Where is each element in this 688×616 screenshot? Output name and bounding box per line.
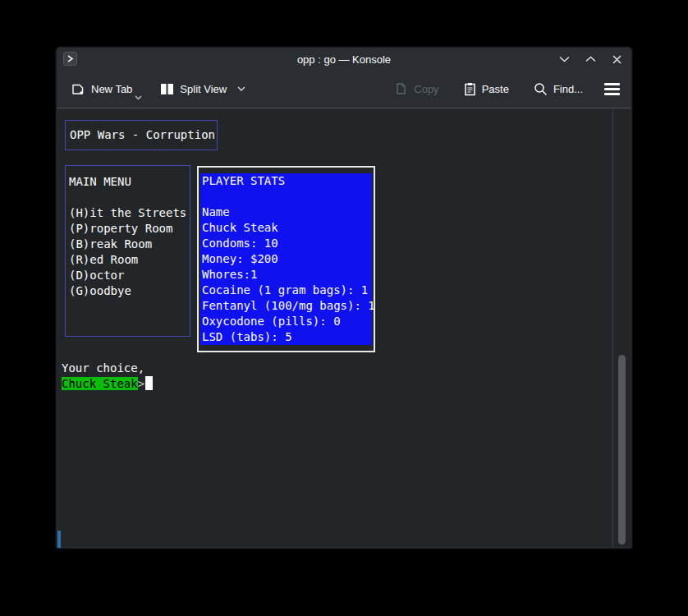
player-stats-title: PLAYER STATS <box>202 173 372 189</box>
split-view-label: Split View <box>180 83 227 95</box>
close-icon[interactable] <box>610 53 623 66</box>
new-tab-button[interactable]: New Tab <box>67 77 137 101</box>
stats-line: LSD (tabs): 5 <box>202 329 372 345</box>
blank-line <box>202 189 372 205</box>
game-title: OPP Wars - Corruption <box>70 127 217 143</box>
split-view-icon <box>160 83 174 95</box>
stats-line: Whores:1 <box>202 267 372 283</box>
stats-line: Fentanyl (100/mg bags): 1 <box>202 298 372 314</box>
menu-item: (R)ed Room <box>69 252 190 268</box>
minimize-icon[interactable] <box>557 53 571 66</box>
new-tab-dropdown-icon[interactable] <box>135 95 142 100</box>
scrollbar-thumb[interactable] <box>618 355 626 545</box>
window-controls <box>557 48 623 71</box>
paste-button[interactable]: Paste <box>459 77 514 101</box>
search-icon <box>534 82 548 96</box>
new-tab-label: New Tab <box>91 83 132 95</box>
stats-line: Cocaine (1 gram bags): 1 <box>202 283 372 298</box>
player-stats-panel: PLAYER STATS Name Chuck Steak Condoms: 1… <box>200 173 372 345</box>
scrollbar-track[interactable] <box>613 109 631 547</box>
konsole-window: opp : go — Konsole New Tab <box>56 47 632 549</box>
player-stats-box: PLAYER STATS Name Chuck Steak Condoms: 1… <box>197 166 375 352</box>
prompt-text: Your choice, <box>62 361 144 376</box>
toolbar: New Tab Split View <box>57 71 631 108</box>
player-name-highlight: Chuck Steak <box>62 377 138 390</box>
stats-line: Money: $200 <box>202 251 372 267</box>
stats-line: Name <box>202 205 372 220</box>
paste-icon <box>464 82 476 96</box>
stats-line: Oxycodone (pills): 0 <box>202 314 372 329</box>
menu-item: (D)octor <box>69 268 190 283</box>
menu-item: (P)roperty Room <box>69 221 190 237</box>
menu-item: (G)oodbye <box>69 283 190 299</box>
split-view-button[interactable]: Split View <box>155 78 250 100</box>
split-view-dropdown-icon[interactable] <box>237 86 245 92</box>
output-indicator-bar <box>57 531 61 548</box>
copy-icon <box>395 82 408 96</box>
stats-line: Condoms: 10 <box>202 236 372 251</box>
copy-label: Copy <box>414 83 438 95</box>
window-title: opp : go — Konsole <box>57 53 631 66</box>
stats-line: Chuck Steak <box>202 220 372 236</box>
menu-item: (B)reak Room <box>69 237 190 252</box>
titlebar[interactable]: opp : go — Konsole <box>57 48 631 71</box>
main-menu-box: MAIN MENU (H)it the Streets (P)roperty R… <box>65 165 190 337</box>
blank-line <box>69 190 190 205</box>
paste-label: Paste <box>482 83 509 95</box>
main-menu-title: MAIN MENU <box>69 174 190 190</box>
menu-button[interactable] <box>603 80 621 99</box>
new-tab-icon <box>71 82 85 96</box>
game-title-box: OPP Wars - Corruption <box>65 120 218 150</box>
find-label: Find... <box>553 83 583 95</box>
prompt-symbol: > <box>138 377 144 390</box>
terminal-prompt-icon <box>67 55 74 62</box>
terminal-view[interactable]: OPP Wars - Corruption MAIN MENU (H)it th… <box>57 109 631 547</box>
maximize-icon[interactable] <box>584 53 597 66</box>
konsole-app-icon[interactable] <box>63 52 77 66</box>
find-button[interactable]: Find... <box>529 77 588 101</box>
copy-button[interactable]: Copy <box>390 77 443 101</box>
menu-item: (H)it the Streets <box>69 205 190 221</box>
terminal-cursor <box>145 376 153 390</box>
prompt-input-line[interactable]: Chuck Steak> <box>62 376 153 392</box>
